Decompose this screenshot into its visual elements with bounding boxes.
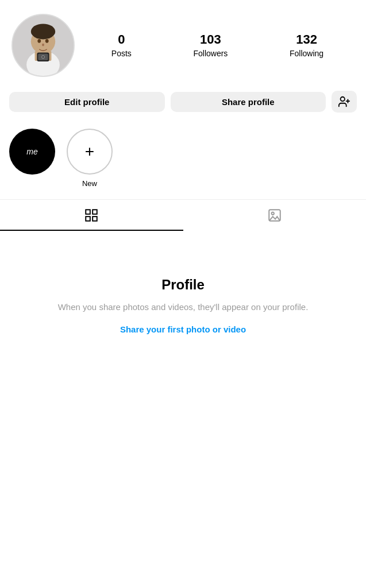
story-me-label: me — [26, 147, 37, 156]
avatar-container — [11, 14, 75, 77]
following-count: 132 — [296, 33, 317, 47]
tabs-row — [0, 199, 366, 231]
grid-icon — [84, 208, 99, 223]
story-item-me[interactable]: me — [9, 129, 55, 175]
posts-stat[interactable]: 0 Posts — [111, 33, 132, 58]
svg-rect-16 — [86, 210, 91, 214]
story-item-new[interactable]: + New — [67, 129, 113, 188]
empty-state: Profile When you share photos and videos… — [0, 231, 366, 357]
story-circle-new: + — [67, 129, 113, 175]
svg-point-21 — [271, 212, 273, 215]
avatar — [11, 14, 75, 77]
posts-label: Posts — [111, 49, 132, 58]
svg-point-5 — [45, 39, 49, 43]
svg-rect-19 — [93, 216, 97, 221]
following-label: Following — [290, 49, 323, 58]
add-person-icon — [338, 95, 350, 108]
svg-point-12 — [43, 56, 44, 58]
new-story-plus-icon: + — [85, 142, 94, 161]
stats-row: 0 Posts 103 Followers 132 Following — [75, 33, 355, 58]
action-buttons-row: Edit profile Share profile — [0, 86, 366, 122]
profile-header: 0 Posts 103 Followers 132 Following — [0, 0, 366, 86]
tagged-icon — [267, 208, 282, 223]
stories-row: me + New — [0, 122, 366, 199]
following-stat[interactable]: 132 Following — [290, 33, 323, 58]
story-circle-me: me — [9, 129, 55, 175]
share-profile-button[interactable]: Share profile — [171, 92, 326, 112]
svg-point-6 — [42, 44, 44, 47]
followers-stat[interactable]: 103 Followers — [193, 33, 228, 58]
posts-count: 0 — [118, 33, 125, 47]
empty-description: When you share photos and videos, they'l… — [58, 301, 309, 314]
new-story-label: New — [82, 179, 97, 188]
add-person-button[interactable] — [332, 91, 357, 113]
tab-grid[interactable] — [0, 200, 183, 231]
svg-point-4 — [37, 39, 41, 43]
share-first-photo-link[interactable]: Share your first photo or video — [120, 324, 246, 334]
svg-rect-17 — [93, 210, 97, 214]
svg-rect-18 — [86, 216, 91, 221]
followers-count: 103 — [200, 33, 221, 47]
followers-label: Followers — [193, 49, 228, 58]
edit-profile-button[interactable]: Edit profile — [9, 92, 165, 112]
svg-point-3 — [31, 24, 55, 39]
tab-tagged[interactable] — [183, 200, 367, 231]
empty-title: Profile — [161, 277, 205, 293]
svg-point-13 — [341, 97, 345, 101]
